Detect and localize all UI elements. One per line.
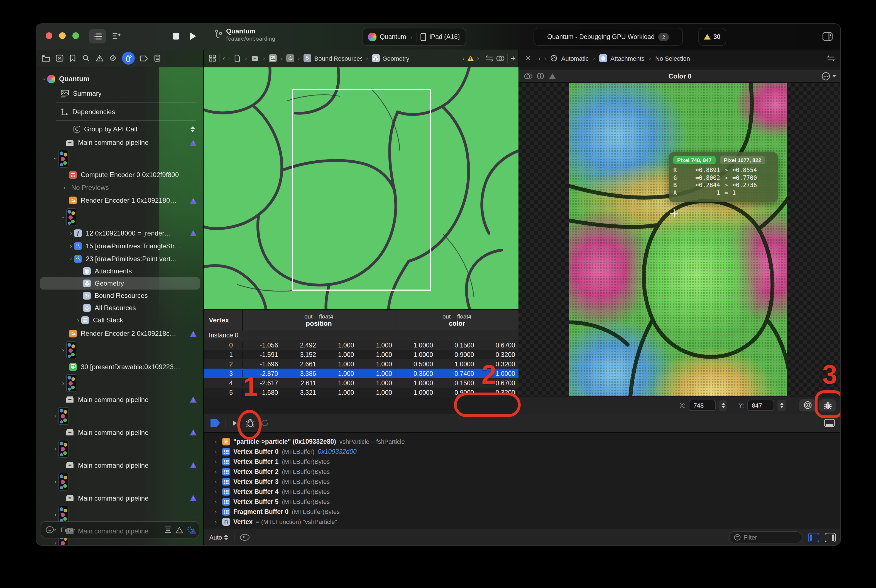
draw-call-icon[interactable] bbox=[286, 54, 294, 62]
disclosure-right-icon[interactable] bbox=[213, 458, 219, 465]
breakpoints-toggle-icon[interactable] bbox=[210, 419, 220, 427]
chevron-down-icon[interactable] bbox=[832, 75, 836, 77]
blend-circles-icon[interactable] bbox=[524, 73, 532, 80]
pipeline-preview[interactable] bbox=[36, 149, 204, 168]
tab-gpu-trace[interactable] bbox=[55, 54, 63, 62]
prev-issue-button[interactable]: ‹ bbox=[462, 54, 465, 62]
forward-button[interactable]: › bbox=[544, 54, 546, 62]
render-pass-icon[interactable] bbox=[269, 54, 276, 62]
refresh-icon[interactable] bbox=[261, 419, 269, 427]
disclosure-down-icon[interactable] bbox=[41, 76, 47, 82]
warning-count-button[interactable]: 30 bbox=[698, 28, 726, 46]
geometry-icon[interactable] bbox=[372, 54, 380, 62]
disclosure-right-icon[interactable] bbox=[60, 380, 66, 386]
tree-item-call-stack[interactable]: Call Stack bbox=[36, 314, 204, 326]
tab-issues[interactable] bbox=[95, 54, 104, 62]
disclosure-right-icon[interactable] bbox=[60, 347, 66, 354]
eye-icon[interactable] bbox=[240, 534, 249, 541]
tree-item-main-command-pipeline[interactable]: Main command pipeline bbox=[36, 458, 204, 472]
list-item-vertex-buffer[interactable]: Vertex Buffer 1 (MTLBuffer)Bytes bbox=[204, 457, 841, 466]
disclosure-down-icon[interactable] bbox=[60, 214, 66, 220]
show-console-button[interactable] bbox=[825, 532, 836, 542]
more-options-icon[interactable] bbox=[821, 72, 830, 81]
tree-item-render-command-12[interactable]: ƒ 12 0x109218000 = [render… bbox=[36, 226, 204, 239]
encoder-preview[interactable] bbox=[36, 341, 204, 360]
disclosure-down-icon[interactable] bbox=[52, 155, 58, 162]
list-item-vertex-buffer[interactable]: Vertex Buffer 2 (MTLBuffer)Bytes bbox=[204, 466, 841, 477]
tab-breakpoints[interactable] bbox=[140, 54, 148, 62]
tree-item-bound-resources[interactable]: Bound Resources bbox=[36, 290, 204, 302]
navigator-toggle-button[interactable] bbox=[89, 29, 106, 44]
y-input[interactable]: 847 bbox=[747, 399, 774, 411]
sidebar-filter-field[interactable]: Filter bbox=[40, 521, 200, 538]
continue-button[interactable] bbox=[186, 29, 199, 44]
disclosure-right-icon[interactable] bbox=[213, 478, 219, 485]
minimap-toggle-button[interactable] bbox=[109, 29, 125, 44]
x-input[interactable]: 748 bbox=[689, 399, 716, 411]
disclosure-right-icon[interactable] bbox=[68, 230, 74, 236]
tree-item-present-drawable[interactable]: 30 [presentDrawable:0x109223… bbox=[36, 360, 204, 374]
tree-item-main-command-pipeline[interactable]: Main command pipeline bbox=[36, 491, 204, 505]
disclosure-right-icon[interactable] bbox=[213, 488, 219, 495]
col-color[interactable]: out – float4 color bbox=[395, 310, 519, 330]
texture-canvas[interactable]: Pixel 748, 847 Pixel 1077, 822 R≈0.8891>… bbox=[519, 83, 841, 396]
activity-view[interactable]: Quantum - Debugging GPU Workload 2 bbox=[534, 28, 683, 46]
geometry-viewport[interactable] bbox=[204, 68, 519, 309]
list-item-vertex-buffer[interactable]: Vertex Buffer 4 (MTLBuffer)Bytes bbox=[204, 487, 841, 496]
disclosure-right-icon[interactable] bbox=[52, 446, 58, 452]
disclosure-right-icon[interactable] bbox=[213, 448, 219, 455]
close-window-button[interactable] bbox=[46, 32, 52, 39]
list-item-fragment-buffer[interactable]: Fragment Buffer 0 (MTLBuffer)Bytes bbox=[204, 507, 841, 517]
drawable-preview[interactable] bbox=[36, 374, 204, 393]
disclosure-right-icon[interactable] bbox=[213, 508, 219, 515]
x-stepper[interactable] bbox=[719, 399, 727, 411]
disclosure-right-icon[interactable] bbox=[213, 518, 219, 525]
col-vertex[interactable]: Vertex bbox=[204, 310, 242, 330]
table-row[interactable]: 1 -1.5913.1521.0001.000 1.00000.90000.32… bbox=[204, 350, 519, 359]
disclosure-right-icon[interactable] bbox=[213, 438, 219, 445]
debug-panel-icon[interactable] bbox=[824, 419, 835, 427]
tree-item-compute-encoder[interactable]: Compute Encoder 0 0x102f9f800 bbox=[36, 168, 204, 182]
disclosure-right-icon[interactable] bbox=[52, 478, 58, 485]
y-stepper[interactable] bbox=[777, 399, 786, 411]
draw-call-filter-icon[interactable] bbox=[187, 526, 194, 533]
debug-filter-field[interactable]: Filter bbox=[729, 531, 802, 543]
list-item-vertex-function[interactable]: { } Vertex = (MTLFunction) "vshParticle" bbox=[204, 517, 841, 527]
breadcrumb-bound-resources[interactable]: Bound Resources bbox=[314, 55, 362, 62]
issue-warning-icon[interactable] bbox=[467, 56, 474, 61]
pipeline-preview[interactable] bbox=[36, 538, 204, 546]
col-position[interactable]: out – float4 position bbox=[242, 310, 395, 330]
breadcrumb-geometry[interactable]: Geometry bbox=[382, 55, 410, 62]
file-icon[interactable] bbox=[233, 54, 241, 62]
auto-scope-dropdown[interactable]: Auto bbox=[209, 534, 228, 541]
disclosure-right-icon[interactable] bbox=[52, 540, 58, 546]
back-button[interactable]: ‹ bbox=[223, 54, 225, 62]
automatic-icon[interactable] bbox=[550, 54, 558, 62]
breadcrumb-automatic[interactable]: Automatic bbox=[561, 55, 589, 62]
tree-item-all-resources[interactable]: All Resources bbox=[36, 302, 204, 314]
list-item-vertex-buffer[interactable]: Vertex Buffer 5 (MTLBuffer)Bytes bbox=[204, 496, 841, 507]
tree-item-main-command-pipeline[interactable]: Main command pipeline bbox=[36, 136, 204, 149]
group-by-api-call-control[interactable]: Group by API Call bbox=[36, 123, 204, 136]
tree-item-attachments[interactable]: Attachments bbox=[36, 265, 204, 277]
attachments-icon[interactable] bbox=[599, 54, 607, 62]
tree-item-no-previews[interactable]: No Previews bbox=[36, 182, 204, 193]
tab-bookmarks[interactable] bbox=[69, 54, 77, 62]
swap-arrows-icon[interactable] bbox=[826, 54, 835, 62]
tree-item-main-command-pipeline[interactable]: Main command pipeline bbox=[36, 393, 204, 406]
tab-tests[interactable] bbox=[109, 54, 117, 62]
warning-icon[interactable] bbox=[549, 73, 556, 80]
tree-item-summary[interactable]: Summary bbox=[36, 86, 204, 101]
disclosure-right-icon[interactable] bbox=[75, 317, 81, 324]
tree-item-dependencies[interactable]: Dependencies bbox=[36, 105, 204, 118]
overlapping-circles-icon[interactable] bbox=[496, 54, 504, 62]
tree-item-render-encoder-1[interactable]: Render Encoder 1 0x1092180… bbox=[36, 193, 204, 208]
tab-project-navigator[interactable] bbox=[42, 54, 50, 62]
tab-reports[interactable] bbox=[153, 54, 162, 62]
disclosure-right-icon[interactable] bbox=[52, 412, 58, 419]
forward-button[interactable]: › bbox=[228, 54, 230, 62]
pipeline-preview[interactable] bbox=[36, 440, 204, 458]
list-item-vertex-buffer[interactable]: Vertex Buffer 3 (MTLBuffer)Bytes bbox=[204, 477, 841, 487]
list-item-pipeline[interactable]: "particle->particle" (0x109332e80) vshPa… bbox=[204, 436, 841, 447]
tree-item-quantum[interactable]: Quantum bbox=[36, 72, 204, 86]
